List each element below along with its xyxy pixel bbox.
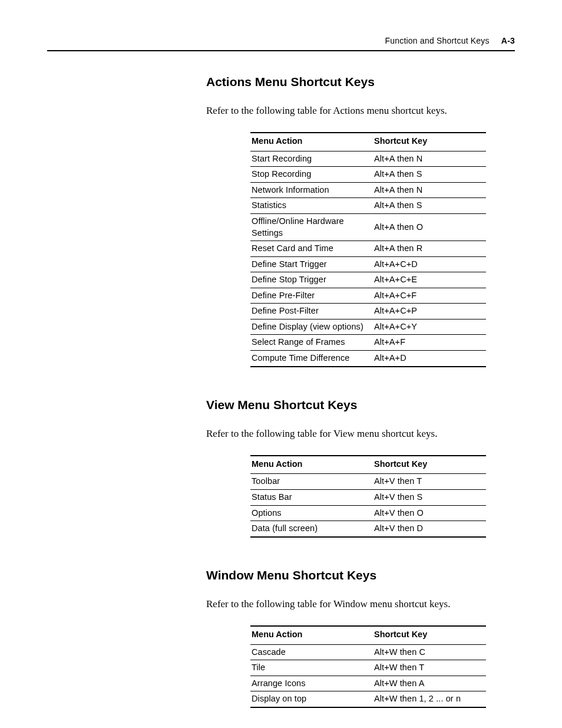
table-cell-shortcut: Alt+A+D (373, 351, 486, 367)
table-cell-shortcut: Alt+A+C+D (373, 256, 486, 272)
header-rule (47, 50, 515, 51)
table-row: Data (full screen)Alt+V then D (250, 521, 486, 537)
table-cell-shortcut: Alt+A then S (373, 167, 486, 183)
shortcut-table: Menu ActionShortcut KeyStart RecordingAl… (250, 132, 486, 367)
section-intro: Refer to the following table for Actions… (47, 104, 515, 118)
table-cell-action: Stop Recording (250, 167, 373, 183)
table-cell-action: Define Post-Filter (250, 304, 373, 319)
table-cell-shortcut: Alt+A+C+P (373, 304, 486, 319)
table-row: Display on topAlt+W then 1, 2 ... or n (250, 691, 486, 707)
table-cell-action: Compute Time Difference (250, 351, 373, 367)
table-cell-shortcut: Alt+W then T (373, 660, 486, 676)
table-cell-shortcut: Alt+A+C+Y (373, 319, 486, 335)
table-row: Status BarAlt+V then S (250, 490, 486, 506)
sections: Actions Menu Shortcut KeysRefer to the f… (47, 74, 515, 708)
table-cell-shortcut: Alt+V then D (373, 521, 486, 537)
table-cell-action: Offline/Online Hardware Settings (250, 213, 373, 241)
table-header-action: Menu Action (250, 456, 373, 474)
table-cell-shortcut: Alt+W then C (373, 644, 486, 660)
table-header-row: Menu ActionShortcut Key (250, 456, 486, 474)
table-cell-action: Select Range of Frames (250, 335, 373, 351)
section-intro: Refer to the following table for View me… (47, 427, 515, 441)
table-cell-action: Tile (250, 660, 373, 676)
table-cell-action: Reset Card and Time (250, 241, 373, 257)
table-cell-action: Define Stop Trigger (250, 272, 373, 288)
table-row: OptionsAlt+V then O (250, 505, 486, 521)
table-header-row: Menu ActionShortcut Key (250, 133, 486, 151)
table-header-shortcut: Shortcut Key (373, 133, 486, 151)
running-header-page-number: A-3 (501, 36, 515, 45)
table-cell-action: Arrange Icons (250, 676, 373, 691)
table-row: Reset Card and TimeAlt+A then R (250, 241, 486, 257)
table-cell-action: Cascade (250, 644, 373, 660)
table-cell-shortcut: Alt+A+F (373, 335, 486, 351)
table-row: Start RecordingAlt+A then N (250, 151, 486, 167)
table-row: ToolbarAlt+V then T (250, 474, 486, 490)
table-row: Compute Time DifferenceAlt+A+D (250, 351, 486, 367)
table-row: Define Stop TriggerAlt+A+C+E (250, 272, 486, 288)
table-header-shortcut: Shortcut Key (373, 456, 486, 474)
table-cell-shortcut: Alt+A then S (373, 198, 486, 214)
shortcut-table: Menu ActionShortcut KeyToolbarAlt+V then… (250, 455, 486, 538)
table-row: Select Range of FramesAlt+A+F (250, 335, 486, 351)
table-row: Offline/Online Hardware SettingsAlt+A th… (250, 213, 486, 241)
table-row: Define Start TriggerAlt+A+C+D (250, 256, 486, 272)
document-page: Function and Shortcut Keys A-3 Actions M… (0, 0, 562, 728)
section-heading: Window Menu Shortcut Keys (47, 567, 515, 584)
table-cell-action: Display on top (250, 691, 373, 707)
table-header-shortcut: Shortcut Key (373, 626, 486, 644)
table-cell-shortcut: Alt+A+C+E (373, 272, 486, 288)
table-cell-shortcut: Alt+A then O (373, 213, 486, 241)
table-cell-shortcut: Alt+A then R (373, 241, 486, 257)
table-cell-action: Start Recording (250, 151, 373, 167)
table-row: Define Display (view options)Alt+A+C+Y (250, 319, 486, 335)
table-row: Define Post-FilterAlt+A+C+P (250, 304, 486, 319)
table-cell-shortcut: Alt+A+C+F (373, 288, 486, 304)
running-header: Function and Shortcut Keys A-3 (47, 35, 515, 47)
table-cell-action: Data (full screen) (250, 521, 373, 537)
table-header-action: Menu Action (250, 626, 373, 644)
table-cell-shortcut: Alt+A then N (373, 151, 486, 167)
table-cell-shortcut: Alt+A then N (373, 182, 486, 198)
table-cell-action: Options (250, 505, 373, 521)
table-header-row: Menu ActionShortcut Key (250, 626, 486, 644)
section-heading: View Menu Shortcut Keys (47, 397, 515, 413)
shortcut-table: Menu ActionShortcut KeyCascadeAlt+W then… (250, 625, 486, 708)
table-row: Stop RecordingAlt+A then S (250, 167, 486, 183)
table-cell-action: Toolbar (250, 474, 373, 490)
table-cell-action: Network Information (250, 182, 373, 198)
table-cell-shortcut: Alt+V then S (373, 490, 486, 506)
table-row: Network InformationAlt+A then N (250, 182, 486, 198)
table-row: TileAlt+W then T (250, 660, 486, 676)
section-heading: Actions Menu Shortcut Keys (47, 74, 515, 90)
running-header-title: Function and Shortcut Keys (385, 36, 490, 45)
table-cell-shortcut: Alt+V then O (373, 505, 486, 521)
table-cell-action: Status Bar (250, 490, 373, 506)
table-row: Arrange IconsAlt+W then A (250, 676, 486, 691)
table-row: StatisticsAlt+A then S (250, 198, 486, 214)
table-cell-action: Define Display (view options) (250, 319, 373, 335)
table-cell-shortcut: Alt+W then A (373, 676, 486, 691)
table-cell-action: Define Pre-Filter (250, 288, 373, 304)
table-row: Define Pre-FilterAlt+A+C+F (250, 288, 486, 304)
table-row: CascadeAlt+W then C (250, 644, 486, 660)
table-cell-action: Define Start Trigger (250, 256, 373, 272)
section-intro: Refer to the following table for Window … (47, 598, 515, 611)
table-header-action: Menu Action (250, 133, 373, 151)
table-cell-shortcut: Alt+V then T (373, 474, 486, 490)
table-cell-shortcut: Alt+W then 1, 2 ... or n (373, 691, 486, 707)
table-cell-action: Statistics (250, 198, 373, 214)
